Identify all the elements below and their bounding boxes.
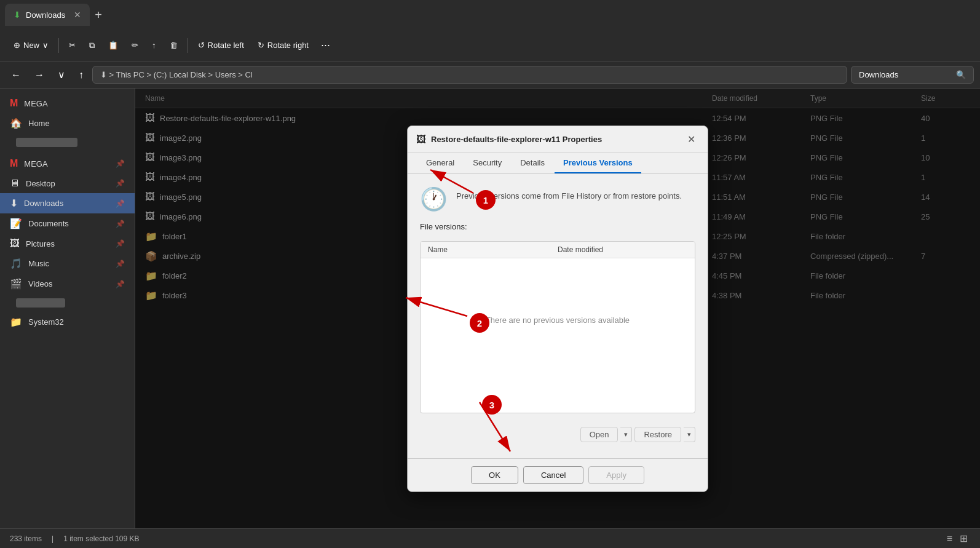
rename-icon: ✏ xyxy=(132,41,138,50)
sidebar-item-pictures[interactable]: 🖼 Pictures 📌 xyxy=(0,234,135,253)
sidebar-item-downloads[interactable]: ⬇ Downloads 📌 xyxy=(0,193,135,213)
tab-details[interactable]: Details xyxy=(512,153,553,173)
sidebar-item-blurred2 xyxy=(0,294,135,312)
sidebar-blurred-label xyxy=(16,138,77,147)
sidebar-item-mega-top[interactable]: M MEGA xyxy=(0,93,135,113)
pin-downloads-icon: 📌 xyxy=(116,199,125,208)
search-icon: 🔍 xyxy=(956,70,966,79)
paste-button[interactable]: 📋 xyxy=(102,37,124,54)
delete-icon: 🗑 xyxy=(170,41,178,50)
toolbar-separator-2 xyxy=(188,38,188,53)
history-icon: 🕐 xyxy=(420,186,448,212)
sidebar-item-mega[interactable]: M MEGA 📌 xyxy=(0,154,135,173)
tab-security[interactable]: Security xyxy=(464,153,510,173)
sidebar-section-pinned: M MEGA 📌 🖥 Desktop 📌 ⬇ Downloads 📌 📝 Doc… xyxy=(0,154,135,332)
copy-button[interactable]: ⧉ xyxy=(83,37,101,54)
pin-pictures-icon: 📌 xyxy=(116,239,125,248)
pin-music-icon: 📌 xyxy=(116,260,125,268)
new-button[interactable]: ⊕ New ∨ xyxy=(7,37,55,54)
sidebar-mega-label: MEGA xyxy=(24,159,47,169)
pin-mega-icon: 📌 xyxy=(116,159,125,168)
versions-col-date: Date modified xyxy=(558,245,687,254)
sidebar-item-system32[interactable]: 📁 System32 xyxy=(0,312,135,332)
tab-downloads[interactable]: ⬇ Downloads ✕ xyxy=(5,4,90,26)
list-view-button[interactable]: ≡ xyxy=(944,531,955,546)
versions-empty-message: There are no previous versions available xyxy=(421,258,695,381)
new-label: New xyxy=(23,41,39,50)
open-dropdown-button[interactable]: ▾ xyxy=(620,427,632,442)
pin-videos-icon: 📌 xyxy=(116,280,125,288)
sidebar: M MEGA 🏠 Home M MEGA 📌 🖥 Desktop xyxy=(0,89,135,528)
rename-button[interactable]: ✏ xyxy=(125,37,144,54)
versions-header: Name Date modified xyxy=(421,242,695,258)
tab-previous-versions[interactable]: Previous Versions xyxy=(555,153,641,173)
sidebar-videos-label: Videos xyxy=(28,279,53,288)
tab-general[interactable]: General xyxy=(417,153,463,173)
back-button[interactable]: ← xyxy=(6,67,26,83)
pin-documents-icon: 📌 xyxy=(116,220,125,228)
address-bar-row: ← → ∨ ↑ ⬇ > This PC > (C:) Local Disk > … xyxy=(0,62,980,89)
dialog-info-text: Previous versions come from File History… xyxy=(456,186,682,202)
copy-icon: ⧉ xyxy=(89,41,95,50)
sidebar-home-label: Home xyxy=(28,119,50,128)
mega-icon: M xyxy=(10,158,18,169)
forward-button[interactable]: → xyxy=(30,67,49,83)
status-separator: | xyxy=(52,534,53,543)
restore-dropdown-button[interactable]: ▾ xyxy=(684,427,695,442)
address-path: ⬇ > This PC > (C:) Local Disk > Users > … xyxy=(100,70,253,79)
restore-button[interactable]: Restore xyxy=(634,427,681,442)
cancel-button[interactable]: Cancel xyxy=(523,466,583,484)
sidebar-downloads-label: Downloads xyxy=(24,199,63,208)
open-button[interactable]: Open xyxy=(580,427,618,442)
ok-button[interactable]: OK xyxy=(471,466,518,484)
sidebar-music-label: Music xyxy=(28,259,49,268)
documents-icon: 📝 xyxy=(10,218,22,229)
rotate-right-button[interactable]: ↻ Rotate right xyxy=(251,37,315,54)
sidebar-item-music[interactable]: 🎵 Music 📌 xyxy=(0,253,135,274)
share-button[interactable]: ↑ xyxy=(146,37,162,54)
versions-table: Name Date modified There are no previous… xyxy=(420,241,695,413)
grid-view-button[interactable]: ⊞ xyxy=(957,531,970,546)
download-tab-icon: ⬇ xyxy=(14,10,21,20)
properties-dialog: 🖼 Restore-defaults-file-explorer-w11 Pro… xyxy=(407,125,708,492)
apply-button[interactable]: Apply xyxy=(588,466,644,484)
rotate-left-label: Rotate left xyxy=(208,41,244,50)
dropdown-button[interactable]: ∨ xyxy=(53,66,70,83)
sidebar-mega-top-label: MEGA xyxy=(24,99,47,108)
dialog-overlay: 🖼 Restore-defaults-file-explorer-w11 Pro… xyxy=(135,89,980,528)
delete-button[interactable]: 🗑 xyxy=(164,37,184,54)
selected-info: 1 item selected 109 KB xyxy=(63,534,139,543)
music-icon: 🎵 xyxy=(10,258,22,269)
sidebar-documents-label: Documents xyxy=(28,219,69,228)
toolbar-separator-1 xyxy=(58,38,59,53)
more-options-button[interactable]: ··· xyxy=(316,35,335,55)
file-versions-label: File versions: xyxy=(420,222,695,231)
versions-actions: Open ▾ Restore ▾ xyxy=(420,423,695,446)
toolbar: ⊕ New ∨ ✂ ⧉ 📋 ✏ ↑ 🗑 ↺ Rotate left ↻ Rota… xyxy=(0,30,980,62)
dialog-content: 🕐 Previous versions come from File Histo… xyxy=(408,174,708,458)
status-bar: 233 items | 1 item selected 109 KB ≡ ⊞ xyxy=(0,528,980,548)
rotate-left-button[interactable]: ↺ Rotate left xyxy=(192,37,250,54)
sidebar-section-top: M MEGA 🏠 Home xyxy=(0,93,135,151)
sidebar-system32-label: System32 xyxy=(28,317,64,327)
sidebar-pictures-label: Pictures xyxy=(26,239,55,248)
rotate-right-label: Rotate right xyxy=(267,41,309,50)
versions-col-name: Name xyxy=(428,245,558,254)
sidebar-item-desktop[interactable]: 🖥 Desktop 📌 xyxy=(0,173,135,193)
sidebar-item-blurred xyxy=(0,133,135,151)
tab-close-button[interactable]: ✕ xyxy=(74,10,81,20)
home-icon: 🏠 xyxy=(10,117,22,129)
address-bar[interactable]: ⬇ > This PC > (C:) Local Disk > Users > … xyxy=(92,66,847,84)
system32-icon: 📁 xyxy=(10,316,22,328)
sidebar-item-home[interactable]: 🏠 Home xyxy=(0,113,135,133)
dialog-close-button[interactable]: ✕ xyxy=(684,132,699,146)
new-tab-button[interactable]: + xyxy=(95,8,102,22)
up-button[interactable]: ↑ xyxy=(74,67,89,83)
videos-icon: 🎬 xyxy=(10,278,22,290)
cut-button[interactable]: ✂ xyxy=(63,37,82,54)
view-buttons: ≡ ⊞ xyxy=(944,531,970,546)
rotate-right-icon: ↻ xyxy=(258,41,264,50)
search-box[interactable]: Downloads 🔍 xyxy=(851,66,974,84)
sidebar-item-documents[interactable]: 📝 Documents 📌 xyxy=(0,213,135,234)
sidebar-item-videos[interactable]: 🎬 Videos 📌 xyxy=(0,274,135,294)
